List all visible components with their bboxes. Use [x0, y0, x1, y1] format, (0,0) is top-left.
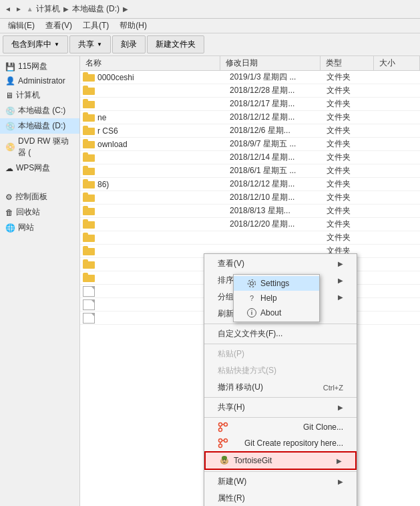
menu-tools[interactable]: 工具(T) [77, 19, 114, 33]
folder-icon [83, 179, 95, 190]
sidebar-item-115[interactable]: 💾 115网盘 [0, 59, 79, 74]
ctx-view[interactable]: 查看(V) ▶ [204, 255, 357, 272]
ctx-share[interactable]: 共享(H) ▶ [204, 399, 357, 416]
settings-icon [247, 279, 256, 288]
git-icon [218, 422, 228, 432]
dropdown-arrow-icon: ▼ [54, 41, 59, 47]
sidebar-item-computer[interactable]: 🖥 计算机 [0, 88, 79, 103]
toolbar: 包含到库中 ▼ 共享 ▼ 刻录 新建文件夹 [0, 33, 420, 56]
file-icon [83, 299, 95, 310]
table-row[interactable]: 2018/12/10 星期... 文件夹 [80, 191, 420, 205]
up-arrow[interactable]: ▲ [27, 5, 33, 13]
sidebar-item-administrator[interactable]: 👤 Administrator [0, 74, 79, 88]
ctx-new[interactable]: 新建(W) ▶ [204, 473, 357, 490]
table-row[interactable]: ne 2018/12/12 星期... 文件夹 [80, 111, 420, 124]
sidebar-icon-computer: 🖥 [5, 91, 13, 100]
sidebar-item-dvd[interactable]: 📀 DVD RW 驱动器 ( [0, 134, 79, 160]
submenu-item-settings[interactable]: Settings [234, 276, 319, 291]
table-row[interactable]: r CS6 2018/12/6 星期... 文件夹 [80, 124, 420, 138]
col-header-type[interactable]: 类型 [321, 56, 374, 70]
breadcrumb-computer[interactable]: 计算机 [36, 3, 60, 15]
menu-help[interactable]: 帮助(H) [114, 19, 152, 33]
sidebar-item-website[interactable]: 🌐 网站 [0, 220, 79, 235]
window: ◄ ► ▲ 计算机 ▶ 本地磁盘 (D:) ▶ 编辑(E) 查看(V) 工具(T… [0, 0, 420, 506]
table-row[interactable]: 86) 2018/12/12 星期... 文件夹 [80, 178, 420, 191]
git-create-icon [218, 438, 228, 449]
folder-icon [83, 206, 95, 217]
help-icon: ? [247, 293, 256, 303]
include-library-button[interactable]: 包含到库中 ▼ [3, 35, 68, 53]
folder-icon [83, 72, 95, 83]
ctx-paste-shortcut[interactable]: 粘贴快捷方式(S) [204, 362, 357, 379]
svg-point-14 [222, 456, 227, 460]
folder-icon [83, 139, 95, 150]
table-row[interactable]: 2018/8/13 星期... 文件夹 [80, 205, 420, 218]
ctx-paste[interactable]: 粘贴(P) [204, 346, 357, 362]
ctx-separator [204, 471, 357, 472]
submenu-arrow-icon: ▶ [338, 478, 343, 485]
sidebar-icon-disk-d: 💿 [5, 122, 15, 131]
svg-point-1 [224, 423, 228, 426]
ctx-git-create[interactable]: Git Create repository here... [204, 435, 357, 451]
sidebar-icon-dvd: 📀 [5, 142, 15, 152]
ctx-customize[interactable]: 自定义文件夹(F)... [204, 326, 357, 342]
table-row[interactable]: 2018/6/1 星期五 ... 文件夹 [80, 164, 420, 178]
ctx-undo[interactable]: 撤消 移动(U) Ctrl+Z [204, 379, 357, 396]
svg-point-16 [248, 280, 256, 287]
sidebar-icon-website: 🌐 [5, 223, 15, 233]
sidebar-icon-disk-c: 💿 [5, 106, 15, 116]
submenu-arrow-icon: ▶ [338, 277, 343, 284]
about-icon: i [247, 308, 256, 318]
table-row[interactable]: 文件夹 [80, 231, 420, 245]
menu-view[interactable]: 查看(V) [40, 19, 77, 33]
folder-icon [83, 219, 95, 230]
submenu-item-about[interactable]: i About [234, 305, 319, 320]
submenu-item-help[interactable]: ? Help [234, 291, 319, 305]
table-row[interactable]: 2018/12/17 星期... 文件夹 [80, 98, 420, 111]
svg-point-15 [250, 282, 254, 285]
sidebar-item-disk-c[interactable]: 💿 本地磁盘 (C:) [0, 103, 79, 118]
sidebar-item-recycle[interactable]: 🗑 回收站 [0, 205, 79, 220]
ctx-separator [204, 417, 357, 418]
file-icon [83, 286, 95, 297]
breadcrumb-disk[interactable]: 本地磁盘 (D:) [72, 3, 120, 15]
submenu-arrow-icon: ▶ [337, 457, 342, 465]
ctx-separator [204, 324, 357, 324]
folder-icon [83, 259, 95, 270]
table-row[interactable]: 2018/12/20 星期... 文件夹 [80, 218, 420, 231]
folder-icon [83, 126, 95, 136]
ctx-properties[interactable]: 属性(R) [204, 490, 357, 506]
col-header-size[interactable]: 大小 [374, 56, 420, 70]
folder-icon [83, 246, 95, 257]
new-folder-button[interactable]: 新建文件夹 [147, 35, 204, 53]
folder-icon [83, 233, 95, 243]
table-row[interactable]: 2018/12/28 星期... 文件夹 [80, 84, 420, 98]
sidebar-icon-admin: 👤 [5, 76, 15, 86]
submenu-tortoisegit: Settings ? Help i About [233, 274, 320, 322]
main-content: 💾 115网盘 👤 Administrator 🖥 计算机 💿 本地磁盘 (C:… [0, 56, 420, 506]
share-button[interactable]: 共享 ▼ [69, 35, 111, 53]
table-row[interactable]: ownload 2018/9/7 星期五 ... 文件夹 [80, 138, 420, 151]
burn-button[interactable]: 刻录 [112, 35, 146, 53]
col-header-date[interactable]: 修改日期 [220, 56, 321, 70]
menu-bar: 编辑(E) 查看(V) 工具(T) 帮助(H) [0, 19, 420, 33]
menu-edit[interactable]: 编辑(E) [3, 19, 40, 33]
table-row[interactable]: 2018/12/14 星期... 文件夹 [80, 151, 420, 164]
sidebar-icon-control: ⚙ [5, 193, 13, 202]
col-header-name[interactable]: 名称 [80, 56, 220, 70]
ctx-separator [204, 344, 357, 344]
sidebar-item-control-panel[interactable]: ⚙ 控制面板 [0, 189, 79, 205]
folder-icon [83, 86, 95, 96]
file-icon [83, 313, 95, 324]
sidebar-item-disk-d[interactable]: 💿 本地磁盘 (D:) [0, 118, 79, 134]
sidebar-icon-115: 💾 [5, 62, 15, 72]
sidebar: 💾 115网盘 👤 Administrator 🖥 计算机 💿 本地磁盘 (C:… [0, 56, 80, 506]
svg-point-2 [219, 428, 222, 432]
sidebar-item-wps[interactable]: ☁ WPS网盘 [0, 160, 79, 176]
forward-arrow[interactable]: ► [15, 5, 22, 13]
table-row[interactable]: 0000ceshi 2019/1/3 星期四 ... 文件夹 [80, 71, 420, 84]
submenu-arrow-icon: ▶ [338, 404, 343, 411]
ctx-tortoisegit[interactable]: TortoiseGit ▶ [204, 451, 357, 470]
back-arrow[interactable]: ◄ [5, 5, 11, 13]
ctx-git-clone[interactable]: Git Clone... [204, 419, 357, 435]
